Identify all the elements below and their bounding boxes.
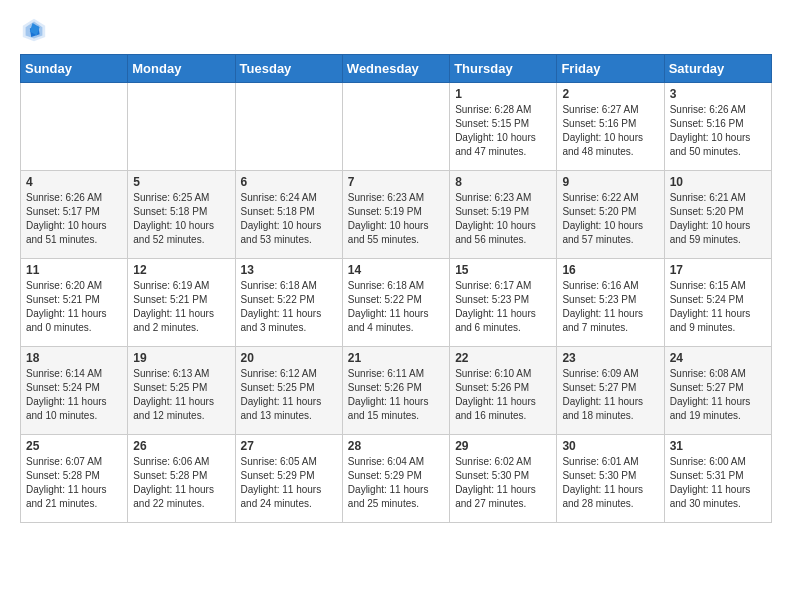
calendar-cell xyxy=(128,83,235,171)
day-number: 25 xyxy=(26,439,122,453)
calendar-cell: 24Sunrise: 6:08 AM Sunset: 5:27 PM Dayli… xyxy=(664,347,771,435)
logo xyxy=(20,16,52,44)
calendar-cell: 3Sunrise: 6:26 AM Sunset: 5:16 PM Daylig… xyxy=(664,83,771,171)
column-header-thursday: Thursday xyxy=(450,55,557,83)
column-header-monday: Monday xyxy=(128,55,235,83)
calendar-cell: 2Sunrise: 6:27 AM Sunset: 5:16 PM Daylig… xyxy=(557,83,664,171)
calendar-cell: 11Sunrise: 6:20 AM Sunset: 5:21 PM Dayli… xyxy=(21,259,128,347)
calendar-cell: 4Sunrise: 6:26 AM Sunset: 5:17 PM Daylig… xyxy=(21,171,128,259)
calendar-cell xyxy=(21,83,128,171)
calendar-cell xyxy=(235,83,342,171)
day-number: 16 xyxy=(562,263,658,277)
day-number: 31 xyxy=(670,439,766,453)
calendar-cell: 23Sunrise: 6:09 AM Sunset: 5:27 PM Dayli… xyxy=(557,347,664,435)
day-number: 30 xyxy=(562,439,658,453)
calendar-cell: 30Sunrise: 6:01 AM Sunset: 5:30 PM Dayli… xyxy=(557,435,664,523)
day-number: 21 xyxy=(348,351,444,365)
column-header-friday: Friday xyxy=(557,55,664,83)
day-info: Sunrise: 6:15 AM Sunset: 5:24 PM Dayligh… xyxy=(670,279,766,335)
day-number: 28 xyxy=(348,439,444,453)
column-header-sunday: Sunday xyxy=(21,55,128,83)
calendar-cell: 18Sunrise: 6:14 AM Sunset: 5:24 PM Dayli… xyxy=(21,347,128,435)
calendar-cell: 9Sunrise: 6:22 AM Sunset: 5:20 PM Daylig… xyxy=(557,171,664,259)
calendar-cell: 1Sunrise: 6:28 AM Sunset: 5:15 PM Daylig… xyxy=(450,83,557,171)
day-info: Sunrise: 6:19 AM Sunset: 5:21 PM Dayligh… xyxy=(133,279,229,335)
day-number: 7 xyxy=(348,175,444,189)
calendar-cell: 5Sunrise: 6:25 AM Sunset: 5:18 PM Daylig… xyxy=(128,171,235,259)
day-info: Sunrise: 6:16 AM Sunset: 5:23 PM Dayligh… xyxy=(562,279,658,335)
day-info: Sunrise: 6:01 AM Sunset: 5:30 PM Dayligh… xyxy=(562,455,658,511)
day-number: 24 xyxy=(670,351,766,365)
page-header xyxy=(20,16,772,44)
day-number: 13 xyxy=(241,263,337,277)
day-info: Sunrise: 6:22 AM Sunset: 5:20 PM Dayligh… xyxy=(562,191,658,247)
calendar-cell: 20Sunrise: 6:12 AM Sunset: 5:25 PM Dayli… xyxy=(235,347,342,435)
day-number: 1 xyxy=(455,87,551,101)
day-number: 4 xyxy=(26,175,122,189)
calendar-cell: 12Sunrise: 6:19 AM Sunset: 5:21 PM Dayli… xyxy=(128,259,235,347)
column-header-tuesday: Tuesday xyxy=(235,55,342,83)
day-info: Sunrise: 6:10 AM Sunset: 5:26 PM Dayligh… xyxy=(455,367,551,423)
day-info: Sunrise: 6:24 AM Sunset: 5:18 PM Dayligh… xyxy=(241,191,337,247)
day-info: Sunrise: 6:12 AM Sunset: 5:25 PM Dayligh… xyxy=(241,367,337,423)
day-info: Sunrise: 6:13 AM Sunset: 5:25 PM Dayligh… xyxy=(133,367,229,423)
day-info: Sunrise: 6:23 AM Sunset: 5:19 PM Dayligh… xyxy=(348,191,444,247)
day-info: Sunrise: 6:18 AM Sunset: 5:22 PM Dayligh… xyxy=(241,279,337,335)
calendar-cell: 6Sunrise: 6:24 AM Sunset: 5:18 PM Daylig… xyxy=(235,171,342,259)
day-number: 8 xyxy=(455,175,551,189)
day-number: 11 xyxy=(26,263,122,277)
day-info: Sunrise: 6:17 AM Sunset: 5:23 PM Dayligh… xyxy=(455,279,551,335)
calendar-cell: 31Sunrise: 6:00 AM Sunset: 5:31 PM Dayli… xyxy=(664,435,771,523)
day-number: 12 xyxy=(133,263,229,277)
day-info: Sunrise: 6:26 AM Sunset: 5:16 PM Dayligh… xyxy=(670,103,766,159)
day-number: 6 xyxy=(241,175,337,189)
calendar-table: SundayMondayTuesdayWednesdayThursdayFrid… xyxy=(20,54,772,523)
calendar-cell: 19Sunrise: 6:13 AM Sunset: 5:25 PM Dayli… xyxy=(128,347,235,435)
calendar-cell: 17Sunrise: 6:15 AM Sunset: 5:24 PM Dayli… xyxy=(664,259,771,347)
calendar-cell: 10Sunrise: 6:21 AM Sunset: 5:20 PM Dayli… xyxy=(664,171,771,259)
calendar-cell: 8Sunrise: 6:23 AM Sunset: 5:19 PM Daylig… xyxy=(450,171,557,259)
calendar-cell: 29Sunrise: 6:02 AM Sunset: 5:30 PM Dayli… xyxy=(450,435,557,523)
day-number: 29 xyxy=(455,439,551,453)
calendar-cell: 21Sunrise: 6:11 AM Sunset: 5:26 PM Dayli… xyxy=(342,347,449,435)
day-info: Sunrise: 6:09 AM Sunset: 5:27 PM Dayligh… xyxy=(562,367,658,423)
day-number: 3 xyxy=(670,87,766,101)
day-number: 19 xyxy=(133,351,229,365)
calendar-cell: 16Sunrise: 6:16 AM Sunset: 5:23 PM Dayli… xyxy=(557,259,664,347)
column-header-saturday: Saturday xyxy=(664,55,771,83)
calendar-cell: 26Sunrise: 6:06 AM Sunset: 5:28 PM Dayli… xyxy=(128,435,235,523)
day-info: Sunrise: 6:26 AM Sunset: 5:17 PM Dayligh… xyxy=(26,191,122,247)
day-info: Sunrise: 6:04 AM Sunset: 5:29 PM Dayligh… xyxy=(348,455,444,511)
day-info: Sunrise: 6:20 AM Sunset: 5:21 PM Dayligh… xyxy=(26,279,122,335)
day-number: 27 xyxy=(241,439,337,453)
day-info: Sunrise: 6:18 AM Sunset: 5:22 PM Dayligh… xyxy=(348,279,444,335)
day-number: 23 xyxy=(562,351,658,365)
day-number: 9 xyxy=(562,175,658,189)
day-number: 5 xyxy=(133,175,229,189)
day-number: 22 xyxy=(455,351,551,365)
day-number: 10 xyxy=(670,175,766,189)
column-header-wednesday: Wednesday xyxy=(342,55,449,83)
day-number: 20 xyxy=(241,351,337,365)
day-info: Sunrise: 6:28 AM Sunset: 5:15 PM Dayligh… xyxy=(455,103,551,159)
calendar-cell: 22Sunrise: 6:10 AM Sunset: 5:26 PM Dayli… xyxy=(450,347,557,435)
day-info: Sunrise: 6:23 AM Sunset: 5:19 PM Dayligh… xyxy=(455,191,551,247)
day-info: Sunrise: 6:11 AM Sunset: 5:26 PM Dayligh… xyxy=(348,367,444,423)
calendar-cell: 28Sunrise: 6:04 AM Sunset: 5:29 PM Dayli… xyxy=(342,435,449,523)
logo-icon xyxy=(20,16,48,44)
day-number: 18 xyxy=(26,351,122,365)
day-number: 17 xyxy=(670,263,766,277)
calendar-cell: 25Sunrise: 6:07 AM Sunset: 5:28 PM Dayli… xyxy=(21,435,128,523)
day-info: Sunrise: 6:05 AM Sunset: 5:29 PM Dayligh… xyxy=(241,455,337,511)
day-info: Sunrise: 6:00 AM Sunset: 5:31 PM Dayligh… xyxy=(670,455,766,511)
calendar-cell: 13Sunrise: 6:18 AM Sunset: 5:22 PM Dayli… xyxy=(235,259,342,347)
day-info: Sunrise: 6:06 AM Sunset: 5:28 PM Dayligh… xyxy=(133,455,229,511)
day-info: Sunrise: 6:27 AM Sunset: 5:16 PM Dayligh… xyxy=(562,103,658,159)
day-number: 2 xyxy=(562,87,658,101)
calendar-cell: 15Sunrise: 6:17 AM Sunset: 5:23 PM Dayli… xyxy=(450,259,557,347)
calendar-cell: 27Sunrise: 6:05 AM Sunset: 5:29 PM Dayli… xyxy=(235,435,342,523)
calendar-cell: 14Sunrise: 6:18 AM Sunset: 5:22 PM Dayli… xyxy=(342,259,449,347)
day-info: Sunrise: 6:25 AM Sunset: 5:18 PM Dayligh… xyxy=(133,191,229,247)
day-info: Sunrise: 6:08 AM Sunset: 5:27 PM Dayligh… xyxy=(670,367,766,423)
day-info: Sunrise: 6:07 AM Sunset: 5:28 PM Dayligh… xyxy=(26,455,122,511)
